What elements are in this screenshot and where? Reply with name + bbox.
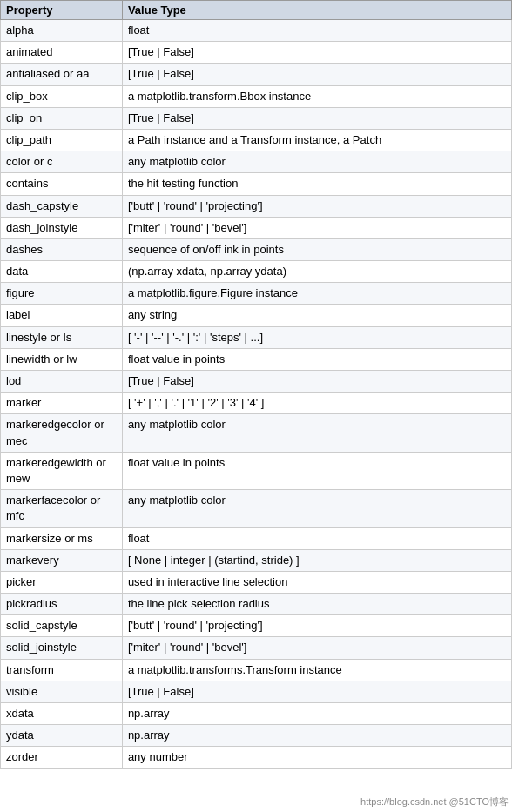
value-cell: float value in points [122, 452, 511, 489]
property-cell: clip_on [1, 107, 123, 129]
property-cell: solid_capstyle [1, 615, 123, 637]
table-row: markeredgewidth or mewfloat value in poi… [1, 452, 512, 489]
value-cell: float value in points [122, 348, 511, 370]
property-cell: clip_path [1, 129, 123, 151]
value-cell: any number [122, 747, 511, 768]
property-cell: figure [1, 283, 123, 305]
table-row: pickradiusthe line pick selection radius [1, 594, 512, 615]
value-cell: sequence of on/off ink in points [122, 238, 511, 260]
property-cell: markersize or ms [1, 527, 123, 549]
value-cell: a matplotlib.figure.Figure instance [122, 283, 511, 305]
table-row: labelany string [1, 305, 512, 326]
table-row: dash_joinstyle['miter' | 'round' | 'beve… [1, 217, 512, 238]
property-cell: transform [1, 659, 123, 681]
value-cell: [True | False] [122, 42, 511, 64]
table-row: markeredgecolor or mecany matplotlib col… [1, 414, 512, 452]
value-cell: [ '+' | ',' | '.' | '1' | '2' | '3' | '4… [122, 393, 511, 414]
header-property: Property [1, 1, 123, 20]
value-cell: a Path instance and a Transform instance… [122, 129, 511, 151]
property-cell: color or c [1, 151, 123, 173]
table-row: solid_joinstyle['miter' | 'round' | 'bev… [1, 637, 512, 659]
property-cell: dash_joinstyle [1, 217, 123, 238]
value-cell: any string [122, 305, 511, 326]
table-row: ydatanp.array [1, 725, 512, 747]
property-cell: solid_joinstyle [1, 637, 123, 659]
table-row: markersize or msfloat [1, 527, 512, 549]
table-row: antialiased or aa[True | False] [1, 64, 512, 85]
property-cell: markeredgecolor or mec [1, 414, 123, 452]
value-cell: np.array [122, 703, 511, 725]
value-cell: ['miter' | 'round' | 'bevel'] [122, 217, 511, 238]
table-row: clip_boxa matplotlib.transform.Bbox inst… [1, 85, 512, 107]
value-cell: any matplotlib color [122, 151, 511, 173]
value-cell: the line pick selection radius [122, 594, 511, 615]
value-cell: ['miter' | 'round' | 'bevel'] [122, 637, 511, 659]
value-cell: a matplotlib.transform.Bbox instance [122, 85, 511, 107]
table-row: transforma matplotlib.transforms.Transfo… [1, 659, 512, 681]
value-cell: [ None | integer | (startind, stride) ] [122, 549, 511, 571]
property-cell: dash_capstyle [1, 195, 123, 217]
table-row: animated[True | False] [1, 42, 512, 64]
table-row: clip_on[True | False] [1, 107, 512, 129]
property-cell: zorder [1, 747, 123, 768]
value-cell: [ '-' | '--' | '-.' | ':' | 'steps' | ..… [122, 326, 511, 348]
value-cell: [True | False] [122, 107, 511, 129]
property-cell: data [1, 261, 123, 283]
property-cell: markeredgewidth or mew [1, 452, 123, 489]
table-row: markerfacecolor or mfcany matplotlib col… [1, 490, 512, 527]
table-row: linestyle or ls[ '-' | '--' | '-.' | ':'… [1, 326, 512, 348]
value-cell: float [122, 20, 511, 42]
value-cell: any matplotlib color [122, 414, 511, 452]
value-cell: the hit testing function [122, 173, 511, 195]
value-cell: any matplotlib color [122, 490, 511, 527]
value-cell: (np.array xdata, np.array ydata) [122, 261, 511, 283]
value-cell: ['butt' | 'round' | 'projecting'] [122, 195, 511, 217]
property-cell: marker [1, 393, 123, 414]
property-cell: linestyle or ls [1, 326, 123, 348]
property-cell: markevery [1, 549, 123, 571]
table-row: visible[True | False] [1, 681, 512, 702]
property-cell: clip_box [1, 85, 123, 107]
table-row: color or cany matplotlib color [1, 151, 512, 173]
table-row: alphafloat [1, 20, 512, 42]
property-cell: linewidth or lw [1, 348, 123, 370]
property-cell: visible [1, 681, 123, 702]
property-cell: label [1, 305, 123, 326]
table-row: containsthe hit testing function [1, 173, 512, 195]
value-cell: np.array [122, 725, 511, 747]
property-cell: ydata [1, 725, 123, 747]
property-cell: antialiased or aa [1, 64, 123, 85]
value-cell: used in interactive line selection [122, 571, 511, 593]
value-cell: [True | False] [122, 681, 511, 702]
table-row: dash_capstyle['butt' | 'round' | 'projec… [1, 195, 512, 217]
properties-table: Property Value Type alphafloatanimated[T… [0, 0, 512, 769]
table-row: marker[ '+' | ',' | '.' | '1' | '2' | '3… [1, 393, 512, 414]
property-cell: animated [1, 42, 123, 64]
value-cell: float [122, 527, 511, 549]
property-cell: xdata [1, 703, 123, 725]
table-row: xdatanp.array [1, 703, 512, 725]
property-cell: contains [1, 173, 123, 195]
table-row: linewidth or lwfloat value in points [1, 348, 512, 370]
table-row: pickerused in interactive line selection [1, 571, 512, 593]
table-row: markevery[ None | integer | (startind, s… [1, 549, 512, 571]
table-row: lod[True | False] [1, 371, 512, 393]
table-row: clip_patha Path instance and a Transform… [1, 129, 512, 151]
header-value-type: Value Type [122, 1, 511, 20]
table-row: dashessequence of on/off ink in points [1, 238, 512, 260]
property-cell: alpha [1, 20, 123, 42]
property-cell: pickradius [1, 594, 123, 615]
table-row: data(np.array xdata, np.array ydata) [1, 261, 512, 283]
table-row: solid_capstyle['butt' | 'round' | 'proje… [1, 615, 512, 637]
value-cell: ['butt' | 'round' | 'projecting'] [122, 615, 511, 637]
property-cell: lod [1, 371, 123, 393]
table-row: figurea matplotlib.figure.Figure instanc… [1, 283, 512, 305]
value-cell: a matplotlib.transforms.Transform instan… [122, 659, 511, 681]
table-row: zorderany number [1, 747, 512, 768]
property-cell: picker [1, 571, 123, 593]
value-cell: [True | False] [122, 64, 511, 85]
property-cell: markerfacecolor or mfc [1, 490, 123, 527]
value-cell: [True | False] [122, 371, 511, 393]
property-cell: dashes [1, 238, 123, 260]
